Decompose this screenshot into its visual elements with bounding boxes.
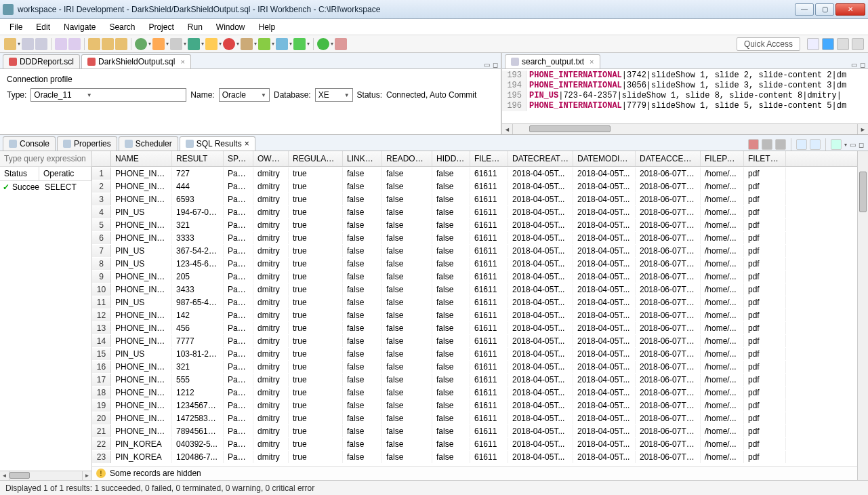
view-tab-properties[interactable]: Properties [57,136,117,151]
run-icon[interactable] [293,38,306,50]
code-line[interactable]: PHONE_INTERNATIONAL|3056|slideShow 1, sl… [526,81,846,91]
db-icon[interactable] [170,38,182,50]
gear-icon[interactable] [152,38,165,50]
col-header[interactable]: READONLY [382,151,432,166]
close-icon[interactable]: × [180,58,184,66]
table-row[interactable]: 8PIN_US123-45-67...Pag...dmitrytruefalse… [92,257,857,270]
save-icon[interactable] [22,38,34,50]
minimize-pane-icon[interactable]: ▭ [851,61,857,68]
scroll-thumb[interactable] [9,472,30,479]
perspective-iri-icon[interactable] [822,38,834,50]
table-body[interactable]: 1PHONE_INTE...727Pag...dmitrytruefalsefa… [92,167,857,466]
type-dropdown[interactable]: Oracle_11 [30,88,186,102]
close-icon[interactable]: × [590,58,594,66]
leaf-icon[interactable] [258,38,270,50]
col-header[interactable]: LINKAGE [343,151,382,166]
name-dropdown[interactable]: Oracle [219,88,270,102]
maximize-pane-icon[interactable]: ◻ [493,61,498,68]
scroll-right-icon[interactable]: ► [82,471,91,480]
filter-icon[interactable] [831,139,842,150]
folder3-icon[interactable] [115,38,127,50]
history-row[interactable]: ✓ Succee SELECT [0,181,91,193]
scroll-thumb[interactable] [529,125,611,132]
col-header[interactable]: REGULARITY [289,151,343,166]
cube-icon[interactable] [188,38,200,50]
remove-all-icon[interactable] [762,139,772,150]
rocket-icon[interactable] [241,38,253,50]
col-header[interactable] [92,151,111,166]
text-mode-icon[interactable] [810,139,821,150]
col-header[interactable]: DATECREATED [508,151,573,166]
table-row[interactable]: 15PIN_US103-81-23...Pag...dmitrytruefals… [92,347,857,360]
tab-search-output[interactable]: search_output.txt × [505,54,600,68]
scroll-left-icon[interactable]: ◄ [502,124,513,134]
close-icon[interactable]: × [245,139,249,148]
maximize-pane-icon[interactable]: ◻ [860,61,865,68]
view-tab-sql-results[interactable]: SQL Results× [180,136,255,151]
quick-access[interactable]: Quick Access [737,37,800,51]
stop-icon[interactable] [335,38,347,50]
remove-result-icon[interactable] [748,139,759,150]
menu-navigate[interactable]: Navigate [58,21,101,33]
table-row[interactable]: 9PHONE_INTE...205Pag...dmitrytruefalsefa… [92,270,857,283]
scroll-left-icon[interactable]: ◄ [0,471,9,480]
code-line[interactable]: PIN_US|723-64-2357|slideShow 1, slide 8,… [526,91,842,101]
text-editor[interactable]: 193PHONE_INTERNATIONAL|3742|slideShow 1,… [502,69,868,123]
minimize-pane-icon[interactable]: ▭ [484,61,490,68]
menu-run[interactable]: Run [182,21,208,33]
table-row[interactable]: 20PHONE_INTE...14725836...Pag...dmitrytr… [92,412,857,424]
col-header[interactable]: HIDDEN [432,151,470,166]
perspective-open-icon[interactable] [807,38,819,50]
perspective-git-icon[interactable] [837,38,849,50]
tab-dddreport[interactable]: DDDReport.scl [3,54,80,68]
dropdown-icon[interactable]: ▾ [844,142,847,148]
redo-icon[interactable] [68,38,81,50]
menu-file[interactable]: File [4,21,28,33]
code-line[interactable]: PHONE_INTERNATIONAL|3742|slideShow 1, sl… [526,71,846,81]
col-header[interactable]: FILETYPE [744,151,786,166]
table-row[interactable]: 2PHONE_INTE...444Pag...dmitrytruefalsefa… [92,180,857,193]
table-row[interactable]: 18PHONE_INTE...1212Pag...dmitrytruefalse… [92,386,857,399]
view-tab-scheduler[interactable]: Scheduler [119,136,178,151]
table-row[interactable]: 10PHONE_INTE...3433Pag...dmitrytruefalse… [92,283,857,296]
table-row[interactable]: 16PHONE_INTE...321Pag...dmitrytruefalsef… [92,360,857,373]
menu-window[interactable]: Window [211,21,251,33]
minimize-button[interactable]: — [795,3,814,16]
table-row[interactable]: 6PHONE_INTE...3333Pag...dmitrytruefalsef… [92,231,857,244]
table-row[interactable]: 4PIN_US194-67-09...Pag...dmitrytruefalse… [92,205,857,218]
close-button[interactable]: ✕ [835,3,865,16]
minimize-view-icon[interactable]: ▭ [850,141,856,148]
globe-icon[interactable] [135,38,147,50]
snow-icon[interactable] [276,38,288,50]
col-header[interactable]: FILESIZE [470,151,508,166]
table-row[interactable]: 22PIN_KOREA040392-5...Pag...dmitrytruefa… [92,437,857,450]
table-row[interactable]: 17PHONE_INTE...555Pag...dmitrytruefalsef… [92,373,857,386]
editor-hscrollbar[interactable]: ◄ ► [502,123,868,134]
col-header[interactable]: FILEPATH [701,151,744,166]
undo-icon[interactable] [55,38,67,50]
play-icon[interactable] [317,38,329,50]
maximize-view-icon[interactable]: ◻ [859,141,864,148]
table-row[interactable]: 12PHONE_INTE...142Pag...dmitrytruefalsef… [92,309,857,321]
table-row[interactable]: 21PHONE_INTE...78945612...Pag...dmitrytr… [92,424,857,437]
table-row[interactable]: 1PHONE_INTE...727Pag...dmitrytruefalsefa… [92,167,857,180]
table-row[interactable]: 14PHONE_INTE...7777Pag...dmitrytruefalse… [92,334,857,347]
col-header[interactable]: RESULT [172,151,224,166]
table-row[interactable]: 13PHONE_INTE...456Pag...dmitrytruefalsef… [92,321,857,334]
scroll-thumb[interactable] [859,172,867,212]
new-icon[interactable] [4,38,16,50]
menu-help[interactable]: Help [253,21,281,33]
terminate-icon[interactable] [775,139,786,150]
folder-icon[interactable] [88,38,100,50]
folder2-icon[interactable] [102,38,114,50]
table-row[interactable]: 23PIN_KOREA120486-7...Pag...dmitrytruefa… [92,450,857,463]
code-line[interactable]: PHONE_INTERNATIONAL|7779|slideShow 1, sl… [526,101,846,111]
menu-search[interactable]: Search [104,21,140,33]
col-header[interactable]: SPAN [224,151,253,166]
menu-project[interactable]: Project [143,21,179,33]
save-all-icon[interactable] [35,38,47,50]
col-header[interactable]: NAME [111,151,172,166]
table-row[interactable]: 7PIN_US367-54-23...Pag...dmitrytruefalse… [92,244,857,257]
col-status[interactable]: Status [0,167,39,180]
table-row[interactable]: 19PHONE_INTE...12345678...Pag...dmitrytr… [92,399,857,412]
